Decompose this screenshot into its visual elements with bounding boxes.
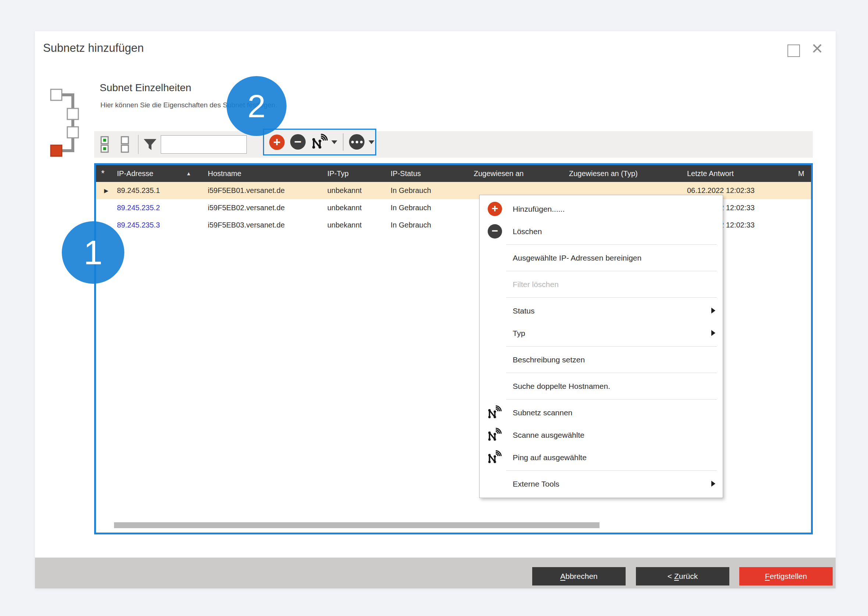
maximize-icon[interactable] bbox=[788, 44, 800, 57]
table-header-row: * IP-Adresse▲HostnameIP-TypIP-StatusZuge… bbox=[96, 165, 811, 182]
add-circle-icon: + bbox=[488, 202, 502, 216]
wizard-steps-tree-icon bbox=[48, 86, 88, 160]
submenu-arrow-icon bbox=[711, 308, 715, 314]
menu-item-label: Subnetz scannen bbox=[513, 409, 572, 417]
add-circle-icon[interactable]: + bbox=[269, 135, 285, 150]
menu-item-label: Beschreibung setzen bbox=[513, 355, 585, 364]
horizontal-scrollbar-thumb[interactable] bbox=[114, 522, 600, 528]
menu-separator bbox=[506, 373, 717, 373]
menu-item-hinzufügen[interactable]: +Hinzufügen...... bbox=[480, 198, 723, 220]
callout-badge-1: 1 bbox=[62, 221, 124, 284]
dialog-footer: Abbrechen< ZurückFertigstellen bbox=[35, 558, 836, 588]
menu-item-filter-löschen: Filter löschen bbox=[480, 273, 723, 295]
menu-item-ping-auf-ausgewählte[interactable]: Ping auf ausgewählte bbox=[480, 446, 723, 468]
menu-item-subnetz-scannen[interactable]: Subnetz scannen bbox=[480, 401, 723, 424]
cell-ip-status: In Gebrauch bbox=[391, 182, 431, 199]
network-scan-icon bbox=[486, 405, 502, 420]
menu-item-label: Löschen bbox=[513, 227, 542, 236]
scan-dropdown-caret-icon[interactable] bbox=[331, 140, 337, 144]
menu-separator bbox=[506, 399, 717, 399]
remove-circle-icon[interactable]: − bbox=[290, 134, 306, 149]
column-header-zugewiesen-an-typ-[interactable]: Zugewiesen an (Typ) bbox=[569, 165, 638, 182]
group-divider bbox=[343, 134, 343, 151]
menu-item-löschen[interactable]: −Löschen bbox=[480, 220, 723, 243]
network-scan-icon bbox=[310, 134, 328, 150]
cell-hostname: i59F5EB03.versanet.de bbox=[208, 217, 285, 234]
menu-item-label: Suche doppelte Hostnamen. bbox=[513, 382, 610, 391]
menu-item-beschreibung-setzen[interactable]: Beschreibung setzen bbox=[480, 349, 723, 371]
cell-ip-status: In Gebrauch bbox=[391, 217, 431, 234]
toolbar-highlighted-group: + − bbox=[263, 129, 376, 156]
view-free-squares-icon[interactable] bbox=[121, 136, 129, 153]
toolbar-divider bbox=[138, 135, 139, 154]
step-heading: Subnet Einzelheiten bbox=[100, 82, 191, 94]
close-icon[interactable]: × bbox=[808, 37, 826, 59]
menu-item-label: Ausgewählte IP- Adressen bereinigen bbox=[513, 254, 641, 262]
menu-separator bbox=[506, 470, 717, 471]
menu-item-label: Externe Tools bbox=[513, 480, 559, 489]
network-scan-icon[interactable] bbox=[310, 134, 328, 152]
menu-item-status[interactable]: Status bbox=[480, 300, 723, 322]
dialog-title: Subnetz hinzufügen bbox=[43, 41, 144, 55]
column-header-letzte-antwort[interactable]: Letzte Antwort bbox=[687, 165, 734, 182]
column-header-zugewiesen-an[interactable]: Zugewiesen an bbox=[474, 165, 524, 182]
menu-separator bbox=[506, 271, 717, 271]
network-scan-icon bbox=[486, 428, 502, 442]
column-header-ip-typ[interactable]: IP-Typ bbox=[327, 165, 349, 182]
cell-ip-status: In Gebrauch bbox=[391, 199, 431, 217]
list-toolbar: + − bbox=[94, 131, 813, 158]
network-scan-icon bbox=[486, 450, 502, 465]
current-row-marker-icon: ▶ bbox=[104, 182, 109, 199]
sort-ascending-icon[interactable]: ▲ bbox=[186, 165, 191, 182]
cell-ip-typ: unbekannt bbox=[327, 182, 362, 199]
menu-item-label: Status bbox=[513, 306, 535, 315]
menu-item-scanne-ausgewählte[interactable]: Scanne ausgewählte bbox=[480, 424, 723, 446]
zurueck-button[interactable]: < Zurück bbox=[636, 567, 729, 586]
more-options-icon[interactable] bbox=[349, 134, 364, 149]
menu-separator bbox=[506, 297, 717, 298]
fertigstellen-button[interactable]: Fertigstellen bbox=[739, 567, 833, 586]
cell-hostname: i59F5EB02.versanet.de bbox=[208, 199, 285, 217]
filter-funnel-icon[interactable] bbox=[142, 137, 158, 152]
more-dropdown-caret-icon[interactable] bbox=[369, 140, 375, 144]
row-selector-asterisk-icon[interactable]: * bbox=[101, 165, 104, 182]
filter-input[interactable] bbox=[161, 135, 247, 154]
cell-ip-adresse: 89.245.235.2 bbox=[117, 199, 160, 217]
menu-item-externe-tools[interactable]: Externe Tools bbox=[480, 473, 723, 495]
cell-ip-typ: unbekannt bbox=[327, 217, 362, 234]
column-header-m[interactable]: M bbox=[798, 165, 804, 182]
column-header-ip-status[interactable]: IP-Status bbox=[391, 165, 421, 182]
menu-item-label: Typ bbox=[513, 329, 525, 338]
cell-ip-adresse: 89.245.235.1 bbox=[117, 182, 160, 199]
cell-hostname: i59F5EB01.versanet.de bbox=[208, 182, 285, 199]
column-header-ip-adresse[interactable]: IP-Adresse bbox=[117, 165, 153, 182]
abbrechen-button[interactable]: Abbrechen bbox=[532, 567, 625, 586]
menu-separator bbox=[506, 346, 717, 347]
cell-ip-typ: unbekannt bbox=[327, 199, 362, 217]
callout-badge-2: 2 bbox=[227, 76, 287, 136]
submenu-arrow-icon bbox=[711, 330, 715, 336]
context-menu: +Hinzufügen......−LöschenAusgewählte IP-… bbox=[479, 195, 723, 498]
submenu-arrow-icon bbox=[711, 481, 715, 487]
add-subnet-dialog: Subnetz hinzufügen × Subnet Einzelheiten… bbox=[35, 31, 836, 588]
remove-circle-icon: − bbox=[488, 224, 502, 239]
menu-separator bbox=[506, 244, 717, 245]
menu-item-typ[interactable]: Typ bbox=[480, 322, 723, 344]
view-occupied-squares-icon[interactable] bbox=[101, 136, 109, 153]
menu-item-label: Hinzufügen...... bbox=[513, 205, 565, 214]
menu-item-suche-doppelte-hostnamen[interactable]: Suche doppelte Hostnamen. bbox=[480, 375, 723, 397]
menu-item-label: Filter löschen bbox=[513, 280, 559, 289]
cell-ip-adresse: 89.245.235.3 bbox=[117, 217, 160, 234]
menu-item-label: Scanne ausgewählte bbox=[513, 431, 584, 440]
column-header-hostname[interactable]: Hostname bbox=[208, 165, 241, 182]
menu-item-label: Ping auf ausgewählte bbox=[513, 453, 587, 462]
menu-item-ausgewählte-ip-adressen-bereinigen[interactable]: Ausgewählte IP- Adressen bereinigen bbox=[480, 247, 723, 269]
